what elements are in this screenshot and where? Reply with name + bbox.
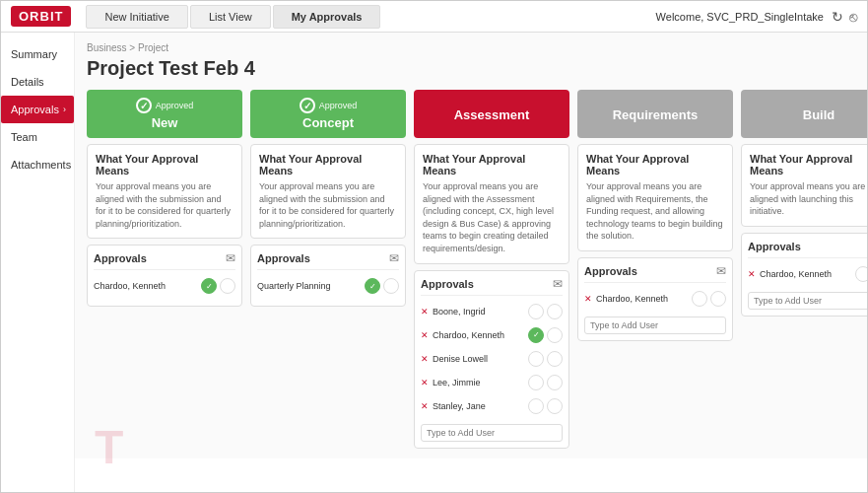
remove-approver-2-1[interactable]: ✕ [421, 330, 429, 340]
mail-icon-2[interactable]: ✉ [553, 277, 563, 291]
kanban-board: ✓ Approved New What Your Approval Means … [87, 90, 855, 449]
approver-row-0-0: Chardoo, Kenneth ✓ [94, 276, 235, 296]
add-user-input-4[interactable] [748, 292, 867, 310]
col-label-1: Concept [258, 115, 398, 130]
approve-btn-1-0[interactable]: ✓ [365, 278, 380, 294]
approve-btn-4-0[interactable] [855, 266, 867, 282]
approver-name-4-0: Chardoo, Kenneth [760, 269, 855, 279]
approval-means-card-2: What Your Approval Means Your approval m… [414, 144, 569, 264]
approver-row-2-1: ✕ Chardoo, Kenneth ✓ [421, 325, 563, 345]
main-wrapper: Business > Project Project Test Feb 4 ✓ … [75, 33, 867, 493]
add-user-input-2[interactable] [421, 424, 563, 442]
mail-icon-0[interactable]: ✉ [226, 251, 235, 265]
card-title-0: What Your Approval Means [96, 153, 234, 176]
approver-actions-4-0 [855, 266, 867, 282]
approver-actions-2-1: ✓ [528, 327, 563, 343]
header-right: Welcome, SVC_PRD_SingleIntake ↻ ⎋ [656, 9, 857, 25]
remove-approver-2-4[interactable]: ✕ [421, 401, 429, 411]
col-header-3: Requirements [577, 90, 733, 138]
approver-row-2-2: ✕ Denise Lowell [421, 349, 563, 369]
approval-means-card-3: What Your Approval Means Your approval m… [577, 144, 733, 251]
refresh-icon[interactable]: ↻ [832, 9, 843, 25]
sidebar-item-approvals[interactable]: Approvals› [1, 96, 74, 123]
tab-new-initiative[interactable]: New Initiative [86, 5, 187, 29]
reject-btn-1-0[interactable] [383, 278, 399, 294]
sidebar-item-attachments[interactable]: Attachments [1, 151, 74, 178]
approvals-card-4: Approvals ✉ ✕ Chardoo, Kenneth [741, 233, 867, 317]
approvals-header-2: Approvals ✉ [421, 277, 563, 296]
col-label-3: Requirements [585, 100, 725, 130]
approvals-card-3: Approvals ✉ ✕ Chardoo, Kenneth [577, 257, 733, 341]
sidebar-item-details[interactable]: Details [1, 68, 74, 96]
tab-my-approvals[interactable]: My Approvals [273, 5, 381, 29]
approvals-card-2: Approvals ✉ ✕ Boone, Ingrid ✕ Chardoo, K… [414, 270, 569, 449]
approver-actions-1-0: ✓ [365, 278, 399, 294]
approval-means-card-0: What Your Approval Means Your approval m… [87, 144, 242, 239]
col-header-0: ✓ Approved New [87, 90, 242, 138]
reject-btn-2-1[interactable] [547, 327, 563, 343]
app-body: Summary Details Approvals› Team Attachme… [1, 33, 867, 493]
approve-btn-2-3[interactable] [528, 375, 544, 390]
approver-name-2-3: Lee, Jimmie [433, 378, 528, 387]
sidebar: Summary Details Approvals› Team Attachme… [1, 33, 75, 493]
reject-btn-2-0[interactable] [547, 304, 563, 319]
nav-tabs: New Initiative List View My Approvals [86, 5, 380, 29]
approver-row-2-4: ✕ Stanley, Jane [421, 396, 563, 416]
reject-btn-2-4[interactable] [547, 398, 563, 414]
approve-btn-2-4[interactable] [528, 398, 544, 414]
remove-approver-2-2[interactable]: ✕ [421, 354, 429, 364]
approver-actions-2-2 [528, 351, 563, 367]
approve-btn-3-0[interactable] [692, 291, 707, 307]
approver-row-1-0: Quarterly Planning ✓ [257, 276, 399, 296]
approver-name-2-1: Chardoo, Kenneth [433, 330, 528, 340]
add-user-input-3[interactable] [584, 317, 726, 334]
col-status-0: Approved [156, 101, 194, 110]
approvals-card-1: Approvals ✉ Quarterly Planning ✓ [250, 245, 406, 307]
kanban-col-assessment: Assessment What Your Approval Means Your… [414, 90, 569, 449]
approvals-label-0: Approvals [94, 252, 147, 264]
approve-btn-2-1[interactable]: ✓ [528, 327, 544, 343]
card-desc-4: Your approval means you are aligned with… [750, 180, 867, 218]
card-desc-2: Your approval means you are aligned with… [423, 180, 561, 255]
approvals-label-3: Approvals [584, 265, 637, 277]
approver-row-2-3: ✕ Lee, Jimmie [421, 373, 563, 392]
header-icons: ↻ ⎋ [832, 9, 857, 25]
kanban-col-new: ✓ Approved New What Your Approval Means … [87, 90, 242, 307]
reject-btn-2-2[interactable] [547, 351, 563, 367]
remove-approver-2-0[interactable]: ✕ [421, 307, 429, 317]
approver-actions-2-3 [528, 375, 563, 390]
share-icon[interactable]: ⎋ [849, 9, 857, 25]
reject-btn-2-3[interactable] [547, 375, 563, 390]
app-header: ORBIT New Initiative List View My Approv… [1, 1, 867, 33]
tab-list-view[interactable]: List View [190, 5, 271, 29]
card-desc-0: Your approval means you are aligned with… [96, 180, 234, 230]
col-header-2: Assessment [414, 90, 569, 138]
approver-name-2-0: Boone, Ingrid [433, 307, 528, 317]
remove-approver-4-0[interactable]: ✕ [748, 269, 756, 279]
sidebar-item-summary[interactable]: Summary [1, 40, 74, 68]
approve-btn-2-0[interactable] [528, 304, 544, 319]
welcome-text: Welcome, SVC_PRD_SingleIntake [656, 11, 824, 23]
reject-btn-3-0[interactable] [710, 291, 726, 307]
main-content: Business > Project Project Test Feb 4 ✓ … [75, 33, 867, 458]
approver-name-2-4: Stanley, Jane [433, 401, 528, 411]
approve-btn-0-0[interactable]: ✓ [201, 278, 217, 294]
approver-row-2-0: ✕ Boone, Ingrid [421, 302, 563, 321]
col-label-0: New [95, 115, 234, 130]
remove-approver-3-0[interactable]: ✕ [584, 294, 592, 304]
kanban-col-concept: ✓ Approved Concept What Your Approval Me… [250, 90, 406, 307]
approve-btn-2-2[interactable] [528, 351, 544, 367]
sidebar-item-team[interactable]: Team [1, 123, 74, 151]
mail-icon-3[interactable]: ✉ [716, 264, 726, 278]
approver-name-1-0: Quarterly Planning [257, 281, 365, 291]
card-title-4: What Your Approval Means [750, 153, 867, 176]
remove-approver-2-3[interactable]: ✕ [421, 378, 429, 387]
approvals-card-0: Approvals ✉ Chardoo, Kenneth ✓ [87, 245, 242, 307]
check-icon-0: ✓ [136, 98, 152, 113]
page-title: Project Test Feb 4 [87, 57, 855, 80]
reject-btn-0-0[interactable] [220, 278, 235, 294]
mail-icon-1[interactable]: ✉ [389, 251, 399, 265]
approver-actions-3-0 [692, 291, 726, 307]
approver-actions-2-4 [528, 398, 563, 414]
watermark: T [95, 420, 123, 474]
